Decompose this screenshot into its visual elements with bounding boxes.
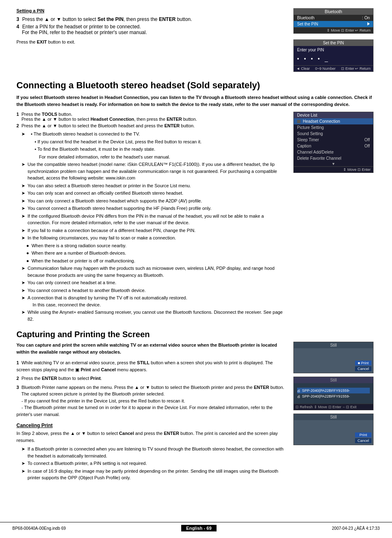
caption-value: Off (364, 144, 370, 148)
caption-label: Caption (297, 144, 311, 148)
bluetooth-steps-content: 1 Press the TOOLS button. Press the ▲ or… (16, 112, 287, 323)
still-header-3: Still (294, 414, 373, 420)
still-ui-3: Still Print Cancel (293, 414, 374, 445)
arrow-icon-16: ➤ (21, 294, 25, 301)
bullet-text-2: When there are a number of Bluetooth dev… (32, 250, 127, 257)
printer-icon-1: 🖨 (297, 389, 300, 393)
note-disrupted: ➤ A connection that is disrupted by turn… (21, 294, 287, 308)
set-pin-label: Set the PIN (297, 22, 318, 26)
device-list-channel-add: Channel Add/Delete (294, 149, 373, 155)
cancel-button-3[interactable]: Cancel (355, 438, 371, 443)
sleep-timer-label: Sleep Timer (297, 138, 319, 142)
device-list-caption: Caption Off (294, 143, 373, 149)
printer-name-1: SPP-2040(PA22BFFY91559- (302, 389, 350, 393)
cancel-button-1[interactable]: Cancel (355, 366, 371, 371)
device-list-sleep: Sleep Timer Off (294, 137, 373, 143)
cancel-note-3: ➤ In case of 16:9 display, the image may… (21, 468, 287, 481)
bt-step-1: 1 Press the TOOLS button. Press the ▲ or… (16, 112, 287, 122)
dot-icon-3: ● (26, 258, 29, 264)
note-hf: ➤ You cannot connect a Bluetooth stereo … (21, 205, 287, 212)
footer-center: English - 69 (181, 525, 217, 531)
note-text-8: You can only connect a Bluetooth stereo … (28, 198, 202, 205)
still-header-1: Still (294, 342, 373, 348)
printer-list-header: Still (294, 377, 373, 383)
bluetooth-intro: If you select Bluetooth stereo headset i… (16, 94, 376, 108)
note-text-3: • To find the Bluetooth headset, it must… (31, 146, 155, 153)
printer-list-ui: Still 🖨 SPP-2040(PA22BFFY91559- 🖨 SPP-20… (293, 377, 374, 410)
canceling-print-title: Canceling Print (16, 423, 287, 428)
bullet-radiation: ● When there is a strong radiation sourc… (26, 242, 287, 249)
bluetooth-steps-section: 1 Press the TOOLS button. Press the ▲ or… (16, 112, 376, 323)
note-text-12: In the following circumstances, you may … (28, 235, 176, 241)
pin-text-content: Setting a PIN 3 Press the ▲ or ▼ button … (16, 8, 285, 72)
page: Setting a PIN 3 Press the ▲ or ▼ button … (0, 0, 392, 538)
device-footer-text: ⇕ Move ⊡ Enter (343, 168, 371, 172)
note-change-pin: ➤ If you fail to make a connection becau… (21, 227, 287, 234)
cancel-note-text-2: To connect a Bluetooth printer, a PIN se… (28, 460, 147, 467)
bluetooth-ui-row2: Set the PIN (294, 21, 373, 27)
arrow-icon-2 (21, 138, 29, 145)
arrow-icon-1: ➤ (21, 131, 25, 138)
capture-intro: You can capture and print the screen whi… (16, 342, 287, 355)
arrow-icon-4 (21, 154, 37, 161)
bluetooth-label: Bluetooth (297, 16, 314, 20)
highlight-icon (297, 120, 300, 123)
capture-step-2: 2 Press the ENTER button to select Print… (16, 375, 287, 382)
bullet-text-3: When the headset or printer is off or ma… (32, 258, 135, 264)
note-anynet: ➤ While using the Anynet+ enabled Samsun… (21, 309, 287, 322)
note-text-1: • The Bluetooth stereo headset is connec… (28, 131, 140, 138)
note-text-5: Use the compatible stereo headset (model… (28, 161, 287, 182)
device-list-sidebar: Device List Headset Connection Picture S… (293, 112, 376, 323)
printer-footer-text: ⊡ Refresh ⇕ Move ⊡ Enter ←⊡ Exit (295, 405, 357, 409)
step-4: 4 Enter a PIN for the headset or printer… (16, 24, 285, 35)
device-list-picture: Picture Setting (294, 124, 373, 131)
note-more-info: For more detailed information, refer to … (21, 154, 287, 161)
arrow-icon-8: ➤ (21, 198, 25, 205)
arrow-icon-14: ➤ (21, 279, 25, 286)
step-3: 3 Press the ▲ or ▼ button to select Set … (16, 16, 285, 22)
still-buttons-3: Print Cancel (355, 432, 371, 443)
step-4-num: 4 (16, 24, 19, 30)
bluetooth-ui-footer: ⇕ Move ⊡ Enter ↩ Return (294, 27, 373, 33)
still-ui-1: Still ■ Print Cancel (293, 342, 374, 373)
print-button-1[interactable]: ■ Print (355, 361, 371, 366)
note-no-other-bt: ➤ You cannot connect a headset to anothe… (21, 287, 287, 294)
device-list-header: Device List (294, 112, 373, 118)
note-text-4: For more detailed information, refer to … (39, 154, 170, 161)
arrow-icon-13: ➤ (21, 265, 25, 272)
note-source-list: ➤ You can also select a Bluetooth stereo… (21, 182, 287, 189)
pin-enter-label: Enter your PIN (294, 46, 373, 54)
setting-pin-title: Setting a PIN (16, 8, 285, 13)
device-list-headset-connection: Headset Connection (294, 118, 373, 124)
still-body-1: ■ Print Cancel (294, 348, 373, 373)
note-headset-connected: ➤ • The Bluetooth stereo headset is conn… (21, 131, 287, 138)
exit-instruction: Press the EXIT button to exit. (16, 39, 285, 44)
device-list-footer: ⇕ Move ⊡ Enter (294, 166, 373, 172)
dot-icon-1: ● (26, 242, 29, 249)
print-ui-sidebar: Still ■ Print Cancel Still 🖨 SPP-2040(PA… (293, 342, 376, 482)
pin-number-label: 0~9 Number (315, 67, 336, 71)
print-button-3[interactable]: Print (355, 432, 371, 437)
pin-clear-label: ◄ Clear (296, 67, 310, 71)
capture-content: You can capture and print the screen whi… (16, 342, 287, 482)
bluetooth-footer-text: ⇕ Move ⊡ Enter ↩ Return (327, 28, 371, 32)
bluetooth-ui: Bluetooth Bluetooth : On Set the PIN ⇕ M… (293, 8, 374, 34)
capture-step-1: 1 While watching TV or an external video… (16, 359, 287, 373)
bluetooth-headset-title: Connecting a Bluetooth stereo headset (S… (16, 80, 376, 91)
cancel-arrow-2: ➤ (21, 460, 25, 467)
printer-list-body: 🖨 SPP-2040(PA22BFFY91559- 🖨 SPP-2040(PA2… (294, 383, 373, 404)
note-one-headset: ➤ You can only connect one headset at a … (21, 279, 287, 286)
cancel-arrow-1: ➤ (21, 446, 25, 453)
pin-ui-header: Set the PIN (294, 40, 373, 46)
printer-name-2: SPP-2040(PA22BFFY91559- (302, 394, 350, 398)
note-text-10: If the configured Bluetooth device PIN d… (28, 213, 287, 226)
note-text-2: • If you cannot find the headset in the … (31, 138, 201, 145)
sleep-timer-value: Off (364, 138, 370, 142)
device-list-delete-fav: Delete Favorite Channel (294, 155, 373, 161)
step-3-num: 3 (16, 16, 19, 22)
arrow-icon-15: ➤ (21, 287, 25, 294)
note-text-9: You cannot connect a Bluetooth stereo he… (28, 205, 212, 212)
bt-step-2: 2 Press the ▲ or ▼ button to select the … (16, 123, 287, 128)
note-a2dp: ➤ You can only connect a Bluetooth stere… (21, 198, 287, 205)
dot-icon-2: ● (26, 250, 29, 257)
